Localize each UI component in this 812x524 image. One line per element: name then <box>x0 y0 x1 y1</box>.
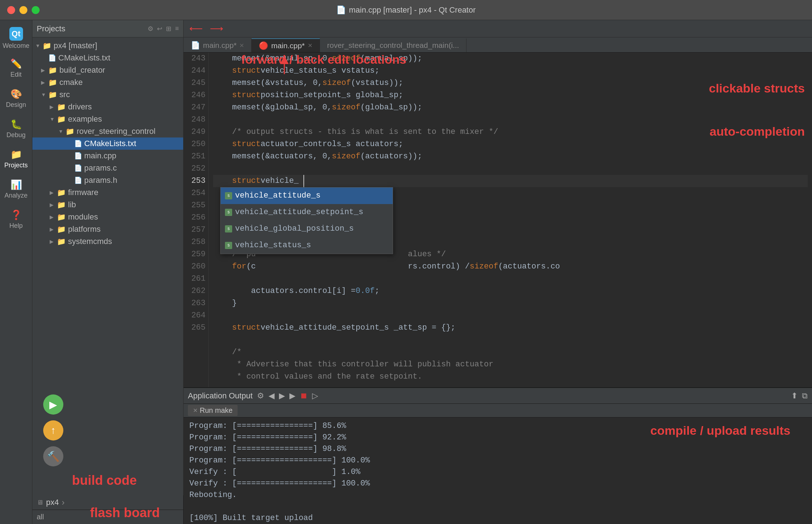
list-item[interactable]: 📄 CMakeLists.txt <box>32 52 183 64</box>
nav-forward-button[interactable]: ⟶ <box>208 22 225 36</box>
window-title: 📄 main.cpp [master] - px4 - Qt Creator <box>336 5 475 15</box>
run-button[interactable]: ▶ <box>43 394 63 415</box>
left-bottom-panel: 🖥 px4 › all flash board ▶ ↑ 🔨 <box>32 495 184 524</box>
tab-file-icon: 📄 <box>191 41 200 50</box>
list-item[interactable]: 📄 params.h <box>32 174 183 186</box>
line-numbers: 243 244 245 246 247 248 249 250 251 252 … <box>184 53 209 387</box>
code-line: actuators.control[i] = 0.0f; <box>213 285 808 297</box>
list-item[interactable]: 📄 main.cpp <box>32 150 183 162</box>
output-line: Verify : [ ] 1.0% <box>189 466 806 478</box>
output-maximize-icon[interactable]: ⬆ <box>791 391 798 401</box>
struct-icon: s <box>225 242 232 249</box>
list-item[interactable]: ▶ 📁 lib <box>32 199 183 211</box>
kit-icon: 🖥 <box>37 499 43 506</box>
code-editor[interactable]: 243 244 245 246 247 248 249 250 251 252 … <box>184 53 812 387</box>
layout-icon[interactable]: ⊞ <box>166 25 171 33</box>
output-line <box>189 501 806 512</box>
output-header: Application Output ⚙ ◀ ▶ ▶ ⏹ ▷ ⬆ ⧉ <box>184 388 812 404</box>
sidebar-item-welcome[interactable]: Qt Welcome <box>2 24 31 53</box>
flash-icon: ↑ <box>51 425 56 436</box>
folder-label: cmake <box>59 78 83 87</box>
sidebar-item-edit[interactable]: ✏️ Edit <box>2 54 31 83</box>
output-stop-icon[interactable]: ⏹ <box>300 391 308 401</box>
list-item[interactable]: ▶ 📁 platforms <box>32 223 183 235</box>
output-window-icon[interactable]: ⧉ <box>802 391 808 401</box>
output-line: Program: [================] 92.2% <box>189 432 806 443</box>
list-item[interactable]: ▶ 📁 build_creator <box>32 64 183 76</box>
output-debug-icon[interactable]: ▷ <box>312 391 318 401</box>
folder-label: src <box>59 90 70 99</box>
output-line: Program: [================] 98.8% <box>189 443 806 455</box>
tab-main-close-button[interactable]: ✕ <box>308 42 312 49</box>
kit-name: px4 <box>46 498 59 507</box>
maximize-button[interactable] <box>32 6 40 14</box>
autocomplete-dropdown[interactable]: s vehicle_attitude_s s vehicle_attitude_… <box>220 187 393 254</box>
output-back-icon[interactable]: ◀ <box>269 391 275 401</box>
code-text[interactable]: memset(&manual_sp, 0, sizeof(manual_sp))… <box>209 53 812 387</box>
output-settings-icon[interactable]: ⚙ <box>257 391 264 401</box>
sidebar-item-projects[interactable]: 📁 Projects <box>2 145 31 173</box>
folder-label: examples <box>68 114 102 124</box>
file-label: CMakeLists.txt <box>84 139 136 148</box>
list-item[interactable]: ▶ 📁 cmake <box>32 76 183 89</box>
list-item[interactable]: ▼ 📁 src <box>32 89 183 101</box>
code-line: * Advertise that this controller will pu… <box>213 358 808 371</box>
list-item[interactable]: ▶ 📁 firmware <box>32 186 183 199</box>
sidebar-item-debug[interactable]: 🐛 Debug <box>2 114 31 143</box>
edit-label: Edit <box>10 71 22 78</box>
sidebar-item-design[interactable]: 🎨 Design <box>2 84 31 113</box>
autocomplete-item[interactable]: s vehicle_attitude_s <box>221 188 393 204</box>
code-line: struct vehicle_attitude_setpoint_s _att_… <box>213 322 808 334</box>
autocomplete-item[interactable]: s vehicle_attitude_setpoint_s <box>221 204 393 221</box>
welcome-label: Welcome <box>3 42 30 50</box>
sidebar-item-analyze[interactable]: 📊 Analyze <box>2 175 31 204</box>
close-button[interactable] <box>7 6 15 14</box>
autocomplete-item[interactable]: s vehicle_status_s <box>221 237 393 254</box>
tab-main[interactable]: 🔴 main.cpp* ✕ <box>252 39 320 52</box>
run-make-close[interactable]: ✕ <box>193 407 198 414</box>
folder-label: drivers <box>68 102 92 112</box>
tab-file[interactable]: 📄 main.cpp* ✕ <box>184 39 252 52</box>
tab-close-button[interactable]: ✕ <box>239 42 244 49</box>
output-forward-icon[interactable]: ▶ <box>279 391 285 401</box>
autocomplete-spacer: s vehicle_attitude_s s vehicle_attitude_… <box>213 187 808 248</box>
filter-icon[interactable]: ⚙ <box>148 25 153 33</box>
code-line: memset(&actuators, 0, sizeof(actuators))… <box>213 150 808 163</box>
projects-header: Projects ⚙ ↩ ⊞ ≡ <box>32 20 183 37</box>
list-item[interactable]: ▼ 📁 rover_steering_control <box>32 125 183 137</box>
code-line <box>213 114 808 126</box>
autocomplete-item[interactable]: s vehicle_global_position_s <box>221 221 393 237</box>
code-line: struct actuator_controls_s actuators; <box>213 138 808 150</box>
folder-label: rover_steering_control <box>77 127 155 136</box>
output-run-icon[interactable]: ▶ <box>289 391 296 401</box>
ac-label: vehicle_attitude_s <box>235 190 321 202</box>
code-line: memset(&vstatus, 0, sizeof(vstatus)); <box>213 77 808 89</box>
sidebar-item-help[interactable]: ❓ Help <box>2 205 31 234</box>
run-make-badge[interactable]: ✕ Run make <box>188 405 238 416</box>
list-item[interactable]: ▶ 📁 systemcmds <box>32 235 183 248</box>
output-line: Verify : [====================] 100.0% <box>189 478 806 489</box>
list-item[interactable]: 📄 params.c <box>32 162 183 174</box>
qt-logo: Qt <box>9 27 23 41</box>
nav-back-button[interactable]: ⟵ <box>187 22 205 36</box>
edit-icon: ✏️ <box>10 58 22 69</box>
ac-label: vehicle_status_s <box>235 239 311 252</box>
code-line: } <box>213 297 808 310</box>
list-item[interactable]: 📄 CMakeLists.txt <box>32 137 183 150</box>
minimize-button[interactable] <box>19 6 27 14</box>
kit-selector[interactable]: 🖥 px4 › <box>32 495 183 510</box>
tab-rover-label: rover_steering_control_thread_main(i... <box>327 41 459 50</box>
sync-icon[interactable]: ↩ <box>157 25 162 33</box>
output-line: Program: [================] 85.6% <box>189 420 806 432</box>
build-button[interactable]: 🔨 <box>43 446 63 466</box>
more-icon[interactable]: ≡ <box>175 25 179 33</box>
folder-label: systemcmds <box>68 237 112 246</box>
list-item[interactable]: ▶ 📁 modules <box>32 211 183 223</box>
list-item[interactable]: ▼ 📁 examples <box>32 113 183 125</box>
titlebar: 📄 main.cpp [master] - px4 - Qt Creator <box>0 0 812 20</box>
tree-root[interactable]: ▼ 📁 px4 [master] <box>32 40 183 52</box>
flash-button[interactable]: ↑ <box>43 420 63 441</box>
editor-area: ⟵ ⟶ 📄 main.cpp* ✕ 🔴 main.cpp* ✕ rover_st… <box>184 20 812 524</box>
list-item[interactable]: ▶ 📁 drivers <box>32 101 183 113</box>
tab-rover[interactable]: rover_steering_control_thread_main(i... <box>320 39 467 52</box>
